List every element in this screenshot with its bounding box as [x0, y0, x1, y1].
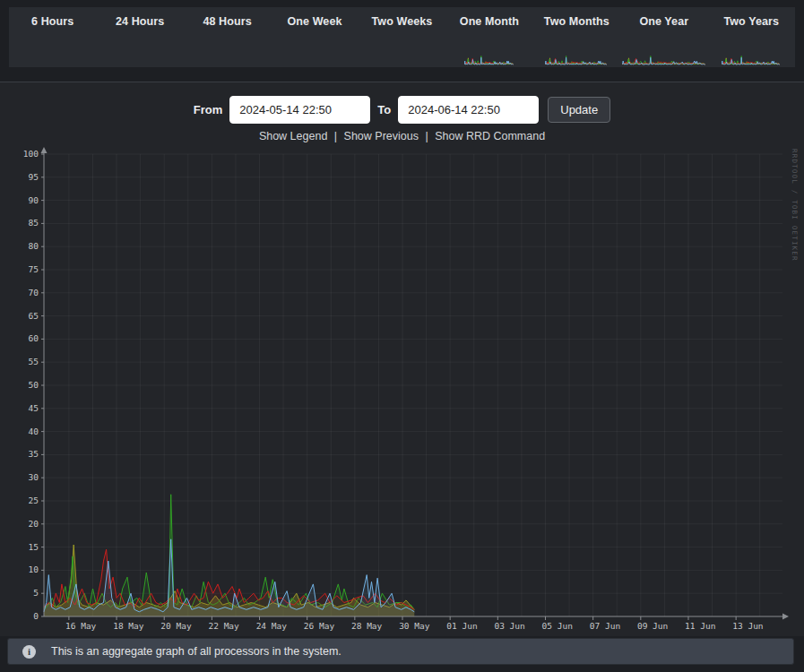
svg-text:75: 75	[29, 264, 39, 274]
chart-series	[44, 495, 414, 616]
svg-text:45: 45	[29, 403, 39, 413]
tab-24-hours[interactable]: 24 Hours	[96, 7, 183, 67]
svg-text:07 Jun: 07 Jun	[590, 621, 620, 631]
cpu-aggregate-graph: 0510152025303540455055606570758085909510…	[0, 143, 804, 633]
tab-label: One Week	[288, 15, 342, 28]
svg-text:11 Jun: 11 Jun	[685, 621, 715, 631]
tab-preview-sparkline	[622, 56, 706, 66]
svg-text:30: 30	[29, 472, 39, 482]
svg-text:01 Jun: 01 Jun	[446, 621, 477, 631]
info-bar-text: This is an aggregate graph of all proces…	[51, 645, 341, 658]
tab-label: One Month	[460, 15, 519, 28]
update-button[interactable]: Update	[548, 97, 610, 123]
info-icon: i	[22, 645, 36, 659]
svg-text:55: 55	[29, 357, 39, 366]
rrdtool-watermark: RRDTOOL / TOBI OETIKER	[791, 149, 799, 262]
tab-label: Two Months	[544, 15, 609, 28]
tab-6-hours[interactable]: 6 Hours	[9, 7, 96, 67]
svg-text:18 May: 18 May	[113, 621, 144, 631]
svg-text:28 May: 28 May	[351, 621, 383, 631]
from-date-input[interactable]	[229, 96, 370, 124]
tab-one-year[interactable]: One Year	[620, 7, 707, 67]
svg-text:65: 65	[29, 311, 39, 321]
tab-preview-sparkline	[464, 56, 514, 66]
svg-text:95: 95	[29, 172, 39, 182]
chart-grid	[44, 154, 782, 616]
chart-axes	[41, 147, 790, 620]
svg-text:22 May: 22 May	[208, 621, 239, 631]
show-legend-link[interactable]: Show Legend	[259, 130, 327, 142]
show-rrd-command-link[interactable]: Show RRD Command	[435, 130, 545, 142]
to-date-input[interactable]	[398, 96, 539, 124]
svg-text:10: 10	[29, 564, 39, 574]
from-label: From	[194, 103, 223, 116]
time-range-tabbar: 6 Hours 24 Hours 48 Hours One Week Two W…	[9, 7, 795, 67]
tab-label: 24 Hours	[116, 15, 164, 28]
tab-label: 6 Hours	[31, 15, 73, 28]
to-label: To	[377, 103, 391, 116]
svg-text:09 Jun: 09 Jun	[637, 621, 668, 631]
svg-text:30 May: 30 May	[399, 621, 430, 631]
svg-text:20: 20	[29, 519, 39, 529]
svg-text:24 May: 24 May	[256, 621, 288, 631]
svg-text:05 Jun: 05 Jun	[542, 621, 573, 631]
svg-text:60: 60	[29, 333, 39, 343]
svg-text:85: 85	[29, 218, 39, 228]
tab-two-weeks[interactable]: Two Weeks	[359, 7, 445, 67]
tab-preview-sparkline	[545, 56, 608, 66]
link-separator: |	[334, 130, 337, 142]
svg-text:20 May: 20 May	[160, 621, 192, 631]
svg-text:13 Jun: 13 Jun	[732, 621, 763, 631]
svg-text:70: 70	[29, 288, 39, 297]
graph-links: Show Legend | Show Previous | Show RRD C…	[0, 130, 804, 142]
svg-text:15: 15	[29, 542, 39, 552]
graph-section: From To Update Show Legend | Show Previo…	[0, 82, 804, 636]
rrd-chart-canvas: 0510152025303540455055606570758085909510…	[0, 143, 804, 633]
y-axis-arrow	[41, 147, 48, 153]
tab-two-years[interactable]: Two Years	[708, 7, 795, 67]
svg-text:80: 80	[29, 241, 39, 251]
tab-48-hours[interactable]: 48 Hours	[184, 7, 271, 67]
tab-label: 48 Hours	[203, 15, 251, 28]
svg-text:26 May: 26 May	[304, 621, 335, 631]
svg-text:90: 90	[29, 195, 39, 205]
tab-label: Two Weeks	[372, 15, 433, 28]
x-axis-arrow	[782, 614, 789, 620]
tab-preview-sparkline	[722, 56, 781, 66]
date-range-controls: From To Update	[0, 96, 804, 124]
svg-text:16 May: 16 May	[65, 621, 97, 631]
chart-axis-labels: 0510152025303540455055606570758085909510…	[23, 149, 764, 631]
svg-text:03 Jun: 03 Jun	[494, 621, 524, 631]
svg-text:25: 25	[29, 495, 39, 505]
svg-text:100: 100	[23, 149, 39, 159]
svg-text:5: 5	[33, 588, 39, 598]
svg-text:40: 40	[29, 426, 39, 436]
svg-text:35: 35	[29, 449, 39, 459]
tab-label: One Year	[639, 15, 688, 28]
svg-text:50: 50	[29, 380, 39, 390]
info-bar: i This is an aggregate graph of all proc…	[7, 638, 794, 665]
tab-two-months[interactable]: Two Months	[533, 7, 620, 67]
tab-label: Two Years	[723, 15, 779, 28]
show-previous-link[interactable]: Show Previous	[344, 130, 419, 142]
svg-text:0: 0	[33, 611, 39, 621]
link-separator: |	[425, 130, 428, 142]
tab-one-month[interactable]: One Month	[445, 7, 532, 67]
tab-one-week[interactable]: One Week	[271, 7, 358, 67]
